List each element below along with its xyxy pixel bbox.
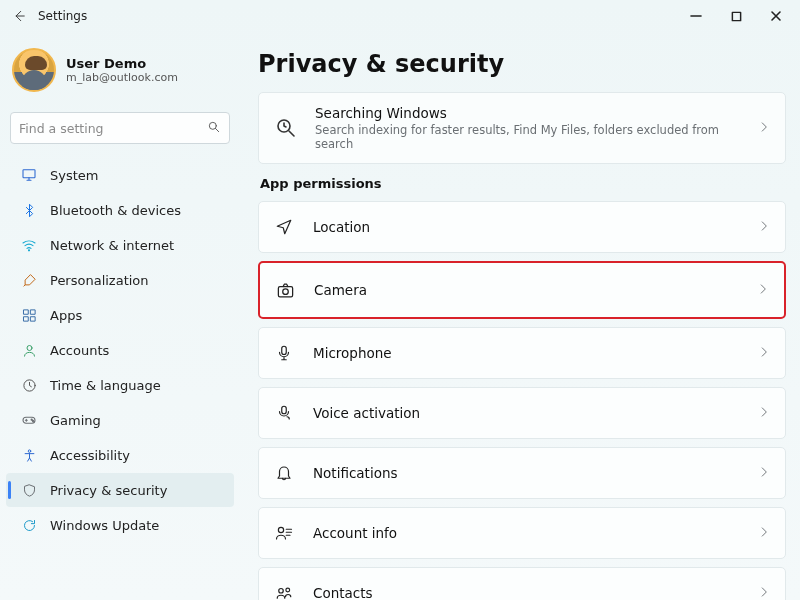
chevron-right-icon xyxy=(757,404,771,423)
svg-point-21 xyxy=(286,588,290,592)
bluetooth-icon xyxy=(20,203,38,218)
sidebar-item-windows-update[interactable]: Windows Update xyxy=(6,508,234,542)
svg-point-20 xyxy=(279,589,284,594)
sidebar-item-time-language[interactable]: Time & language xyxy=(6,368,234,402)
permission-row-voice-activation[interactable]: Voice activation xyxy=(258,387,786,439)
voice-icon xyxy=(273,404,295,422)
svg-point-3 xyxy=(28,250,29,251)
sidebar-item-label: System xyxy=(50,168,98,183)
svg-rect-4 xyxy=(23,309,27,313)
row-label: Camera xyxy=(314,282,738,298)
search-icon xyxy=(207,119,221,138)
monitor-icon xyxy=(20,167,38,183)
sidebar-item-gaming[interactable]: Gaming xyxy=(6,403,234,437)
svg-rect-15 xyxy=(278,286,292,296)
account-info-icon xyxy=(273,524,295,542)
apps-icon xyxy=(20,308,38,323)
svg-point-19 xyxy=(278,527,283,532)
sidebar-item-privacy-security[interactable]: Privacy & security xyxy=(6,473,234,507)
chevron-right-icon xyxy=(757,584,771,601)
chevron-right-icon xyxy=(757,524,771,543)
svg-point-12 xyxy=(32,420,33,421)
svg-rect-6 xyxy=(23,316,27,320)
titlebar: Settings xyxy=(0,0,800,32)
sidebar-item-label: Windows Update xyxy=(50,518,159,533)
sidebar-item-accounts[interactable]: Accounts xyxy=(6,333,234,367)
sidebar-item-label: Personalization xyxy=(50,273,149,288)
row-label: Account info xyxy=(313,525,739,541)
minimize-icon xyxy=(690,10,702,22)
microphone-icon xyxy=(273,344,295,362)
row-label: Location xyxy=(313,219,739,235)
back-button[interactable] xyxy=(4,9,34,23)
main-panel: Privacy & security Searching Windows Sea… xyxy=(240,32,800,600)
contacts-icon xyxy=(273,584,295,600)
search-box[interactable] xyxy=(10,112,230,144)
accessibility-icon xyxy=(20,448,38,463)
chevron-right-icon xyxy=(757,464,771,483)
sidebar-item-accessibility[interactable]: Accessibility xyxy=(6,438,234,472)
permission-row-account-info[interactable]: Account info xyxy=(258,507,786,559)
chevron-right-icon xyxy=(757,218,771,237)
svg-point-16 xyxy=(282,288,288,294)
sidebar-nav: System Bluetooth & devices Network & int… xyxy=(6,158,234,542)
user-name: User Demo xyxy=(66,56,178,71)
permission-row-camera[interactable]: Camera xyxy=(258,261,786,319)
avatar xyxy=(12,48,56,92)
chevron-right-icon xyxy=(757,344,771,363)
bell-icon xyxy=(273,464,295,482)
page-title: Privacy & security xyxy=(258,50,786,78)
window-title: Settings xyxy=(38,9,87,23)
svg-point-11 xyxy=(31,419,32,420)
sidebar-item-label: Apps xyxy=(50,308,82,323)
svg-rect-18 xyxy=(282,406,287,414)
svg-rect-17 xyxy=(282,346,287,354)
person-icon xyxy=(20,343,38,358)
wifi-icon xyxy=(20,237,38,253)
close-icon xyxy=(770,10,782,22)
permission-row-location[interactable]: Location xyxy=(258,201,786,253)
row-label: Notifications xyxy=(313,465,739,481)
maximize-icon xyxy=(731,11,742,22)
sidebar-item-personalization[interactable]: Personalization xyxy=(6,263,234,297)
clock-icon xyxy=(20,378,38,393)
sidebar-item-label: Bluetooth & devices xyxy=(50,203,181,218)
sidebar-item-label: Time & language xyxy=(50,378,161,393)
permission-row-contacts[interactable]: Contacts xyxy=(258,567,786,600)
card-subtitle: Search indexing for faster results, Find… xyxy=(315,123,741,151)
permission-row-microphone[interactable]: Microphone xyxy=(258,327,786,379)
search-input[interactable] xyxy=(19,121,207,136)
sidebar-item-apps[interactable]: Apps xyxy=(6,298,234,332)
searching-windows-card[interactable]: Searching Windows Search indexing for fa… xyxy=(258,92,786,164)
paintbrush-icon xyxy=(20,273,38,288)
chevron-right-icon xyxy=(757,119,771,138)
svg-rect-7 xyxy=(30,316,34,320)
location-icon xyxy=(273,218,295,236)
sidebar-item-label: Accounts xyxy=(50,343,109,358)
row-label: Contacts xyxy=(313,585,739,600)
shield-icon xyxy=(20,483,38,498)
svg-point-13 xyxy=(28,449,31,452)
maximize-button[interactable] xyxy=(716,0,756,32)
gamepad-icon xyxy=(20,412,38,428)
chevron-right-icon xyxy=(756,281,770,300)
sidebar-item-label: Gaming xyxy=(50,413,101,428)
minimize-button[interactable] xyxy=(676,0,716,32)
user-profile[interactable]: User Demo m_lab@outlook.com xyxy=(6,40,234,104)
svg-rect-2 xyxy=(23,170,35,178)
camera-icon xyxy=(274,281,296,300)
sidebar-item-bluetooth[interactable]: Bluetooth & devices xyxy=(6,193,234,227)
sidebar-item-label: Privacy & security xyxy=(50,483,167,498)
sidebar-item-system[interactable]: System xyxy=(6,158,234,192)
card-title: Searching Windows xyxy=(315,105,741,121)
sidebar: User Demo m_lab@outlook.com System Bluet… xyxy=(0,32,240,600)
update-icon xyxy=(20,518,38,533)
sidebar-item-label: Network & internet xyxy=(50,238,174,253)
svg-rect-0 xyxy=(732,12,740,20)
sidebar-item-label: Accessibility xyxy=(50,448,130,463)
permission-row-notifications[interactable]: Notifications xyxy=(258,447,786,499)
section-label-app-permissions: App permissions xyxy=(260,176,786,191)
close-button[interactable] xyxy=(756,0,796,32)
arrow-left-icon xyxy=(12,9,26,23)
sidebar-item-network[interactable]: Network & internet xyxy=(6,228,234,262)
